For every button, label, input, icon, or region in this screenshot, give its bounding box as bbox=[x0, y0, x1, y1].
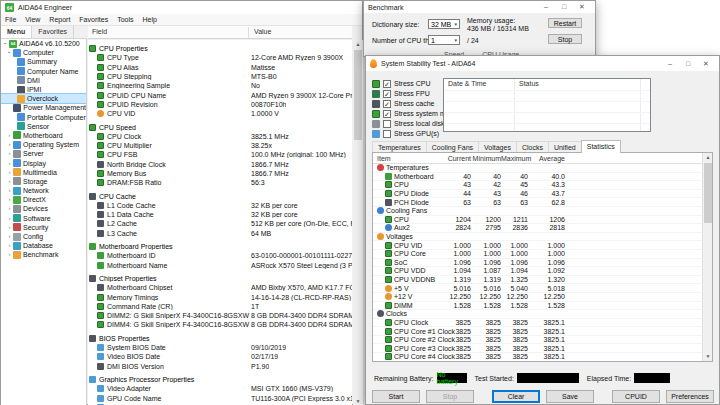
expand-arrow-icon[interactable]: › bbox=[6, 178, 13, 185]
tab-menu[interactable]: Menu bbox=[1, 26, 32, 38]
tree-item-storage[interactable]: ›Storage bbox=[1, 177, 86, 186]
tree-item-computer-name[interactable]: ›Computer Name bbox=[1, 67, 86, 76]
stats-row-cpu[interactable]: CPU43424543.3 bbox=[373, 181, 712, 190]
stats-group-clocks[interactable]: Clocks bbox=[373, 310, 712, 319]
value-column-header[interactable]: Value bbox=[254, 28, 271, 35]
stats-group-cooling-fans[interactable]: Cooling Fans bbox=[373, 207, 712, 216]
section-header-row[interactable]: CPU Properties bbox=[88, 44, 352, 53]
stats-row-cpu-vdd[interactable]: CPU VDD1.0941.0871.0941.092 bbox=[373, 267, 712, 276]
field-row-l2-cache[interactable]: L2 Cache512 KB per core (On-Die, ECC, Fu… bbox=[88, 219, 352, 228]
field-row-cpu-clock[interactable]: CPU Clock3825.1 MHz bbox=[88, 132, 352, 141]
expand-arrow-icon[interactable]: › bbox=[6, 187, 13, 194]
cpu-threads-select[interactable]: 1▾ bbox=[428, 35, 460, 45]
field-row-dimm2-g-skill-sniperx-f4-3400c16-8gsxw[interactable]: DIMM2: G Skill SniperX F4-3400C16-8GSXW8… bbox=[88, 311, 352, 320]
log-col-status[interactable]: Status bbox=[519, 80, 539, 87]
field-row-cpu-vid[interactable]: CPU VID1.0000 V bbox=[88, 109, 352, 118]
tree-item-devices[interactable]: ›Devices bbox=[1, 204, 86, 213]
restart-button[interactable]: Restart bbox=[548, 18, 582, 28]
expand-arrow-icon[interactable]: › bbox=[6, 251, 13, 258]
tree-item-operating-system[interactable]: ›Operating System bbox=[1, 140, 86, 149]
close-icon[interactable]: ✕ bbox=[697, 60, 715, 68]
tree-item-aida64-v6-10-5200[interactable]: ›64AIDA64 v6.10.5200 bbox=[1, 39, 86, 48]
checkbox[interactable] bbox=[383, 120, 391, 128]
stats-row-cpu-vid[interactable]: CPU VID1.0001.0001.0001.000 bbox=[373, 241, 712, 250]
checkbox-checked[interactable]: ✓ bbox=[383, 90, 391, 98]
tree-item-overclock[interactable]: ›Overclock bbox=[1, 94, 86, 103]
field-row-video-bios-date[interactable]: Video BIOS Date02/17/19 bbox=[88, 352, 352, 361]
expand-arrow-icon[interactable]: › bbox=[6, 205, 13, 212]
stats-row-5-v[interactable]: +5 V5.0165.0165.0405.018 bbox=[373, 284, 712, 293]
clear-button[interactable]: Clear bbox=[492, 390, 540, 403]
stress-option-stress-local-disks[interactable]: Stress local disks bbox=[372, 119, 448, 128]
menu-tools[interactable]: Tools bbox=[117, 16, 133, 23]
field-row-motherboard-name[interactable]: Motherboard NameASRock X570 Steel Legend… bbox=[88, 261, 352, 270]
stats-row-cpu-core-2-clock[interactable]: CPU Core #2 Clock3825382538253825.1 bbox=[373, 336, 712, 345]
column-divider[interactable] bbox=[248, 27, 249, 38]
close-icon[interactable]: ✕ bbox=[573, 3, 591, 11]
stats-row-cpu-core-1-clock[interactable]: CPU Core #1 Clock3825382538253825.1 bbox=[373, 327, 712, 336]
preferences-button[interactable]: Preferences bbox=[666, 390, 714, 403]
section-header-row[interactable]: Chipset Properties bbox=[88, 274, 352, 283]
section-header-row[interactable]: Motherboard Properties bbox=[88, 242, 352, 251]
field-row-memory-timings[interactable]: Memory Timings14-16-14-28 (CL-RCD-RP-RAS… bbox=[88, 292, 352, 301]
test-log-list[interactable]: Date & Time Status bbox=[443, 78, 651, 132]
tree-item-summary[interactable]: ›Summary bbox=[1, 57, 86, 66]
stats-col-maximum[interactable]: Maximum bbox=[501, 155, 528, 162]
section-header-row[interactable]: CPU Cache bbox=[88, 191, 352, 200]
tree-item-display[interactable]: ›Display bbox=[1, 158, 86, 167]
field-row-command-rate-cr[interactable]: Command Rate (CR)1T bbox=[88, 302, 352, 311]
tree-item-database[interactable]: ›Database bbox=[1, 241, 86, 250]
menu-view[interactable]: View bbox=[25, 16, 40, 23]
tree-item-ipmi[interactable]: ›IPMI bbox=[1, 85, 86, 94]
stress-option-stress-fpu[interactable]: ✓Stress FPU bbox=[372, 89, 430, 98]
log-col-datetime[interactable]: Date & Time bbox=[448, 80, 487, 87]
stats-row-dimm[interactable]: DIMM1.5281.5281.5281.528 bbox=[373, 302, 712, 311]
scroll-thumb[interactable] bbox=[704, 163, 712, 223]
minimize-icon[interactable]: – bbox=[661, 60, 679, 68]
tree-item-dmi[interactable]: ›DMI bbox=[1, 76, 86, 85]
expand-arrow-icon[interactable]: › bbox=[6, 224, 13, 231]
field-row-cpu-stepping[interactable]: CPU SteppingMTS-B0 bbox=[88, 72, 352, 81]
scroll-down-icon[interactable]: ▼ bbox=[703, 352, 713, 361]
tree-item-motherboard[interactable]: ›Motherboard bbox=[1, 131, 86, 140]
field-row-gpu-code-name[interactable]: GPU Code NameTU116-300A (PCI Express 3.0… bbox=[88, 393, 352, 402]
stats-group-temperatures[interactable]: Temperatures bbox=[373, 164, 712, 173]
expand-arrow-icon[interactable]: › bbox=[6, 233, 13, 240]
stats-row-cpu-diode[interactable]: CPU Diode44434643.7 bbox=[373, 190, 712, 199]
expand-arrow-icon[interactable]: › bbox=[6, 132, 13, 139]
maximize-icon[interactable]: □ bbox=[679, 60, 697, 68]
scroll-up-icon[interactable]: ▲ bbox=[703, 153, 713, 162]
tree-item-config[interactable]: ›Config bbox=[1, 232, 86, 241]
field-row-motherboard-id[interactable]: Motherboard ID63-0100-000001-00101111-02… bbox=[88, 251, 352, 260]
stats-row-cpu-core[interactable]: CPU Core1.0001.0001.0001.000 bbox=[373, 250, 712, 259]
stress-option-stress-cpu[interactable]: ✓Stress CPU bbox=[372, 79, 431, 88]
stop-button[interactable]: Stop bbox=[548, 34, 582, 44]
tree-item-sensor[interactable]: ›Sensor bbox=[1, 122, 86, 131]
expand-arrow-icon[interactable]: › bbox=[6, 160, 13, 167]
stats-row-aux2[interactable]: Aux22824279528362818 bbox=[373, 224, 712, 233]
stats-row-cpu-clock[interactable]: CPU Clock3825382538253825.1 bbox=[373, 319, 712, 328]
field-row-dmi-bios-version[interactable]: DMI BIOS VersionP1.90 bbox=[88, 362, 352, 371]
field-row-video-adapter[interactable]: Video AdapterMSI GTX 1660 (MS-V379) bbox=[88, 384, 352, 393]
stats-row-soc[interactable]: SoC1.0961.0961.0961.096 bbox=[373, 259, 712, 268]
field-row-cpu-alias[interactable]: CPU AliasMatisse bbox=[88, 63, 352, 72]
checkbox-checked[interactable]: ✓ bbox=[383, 110, 391, 118]
field-row-north-bridge-clock[interactable]: North Bridge Clock1866.7 MHz bbox=[88, 160, 352, 169]
menu-favorites[interactable]: Favorites bbox=[79, 16, 108, 23]
scroll-down-icon[interactable]: ▼ bbox=[353, 397, 363, 405]
field-row-motherboard-chipset[interactable]: Motherboard ChipsetAMD Bixby X570, AMD K… bbox=[88, 283, 352, 292]
field-row-cpu-multiplier[interactable]: CPU Multiplier38.25x bbox=[88, 141, 352, 150]
stats-col-current[interactable]: Current bbox=[439, 155, 471, 162]
cpuid-button[interactable]: CPUID bbox=[612, 390, 660, 403]
maximize-icon[interactable]: □ bbox=[555, 3, 573, 11]
field-row-engineering-sample[interactable]: Engineering SampleNo bbox=[88, 81, 352, 90]
stress-option-stress-gpu-s[interactable]: Stress GPU(s) bbox=[372, 129, 439, 138]
field-row-cpuid-revision[interactable]: CPUID Revision00870F10h bbox=[88, 100, 352, 109]
field-row-cpuid-cpu-name[interactable]: CPUID CPU NameAMD Ryzen 9 3900X 12-Core … bbox=[88, 90, 352, 99]
collapse-arrow-icon[interactable]: › bbox=[2, 40, 9, 47]
stats-row-cpu-core-3-clock[interactable]: CPU Core #3 Clock3825382538253825.1 bbox=[373, 344, 712, 353]
stress-option-stress-cache[interactable]: ✓Stress cache bbox=[372, 99, 434, 108]
scroll-thumb[interactable] bbox=[354, 50, 362, 140]
checkbox[interactable] bbox=[383, 130, 391, 138]
stats-group-voltages[interactable]: Voltages bbox=[373, 233, 712, 242]
